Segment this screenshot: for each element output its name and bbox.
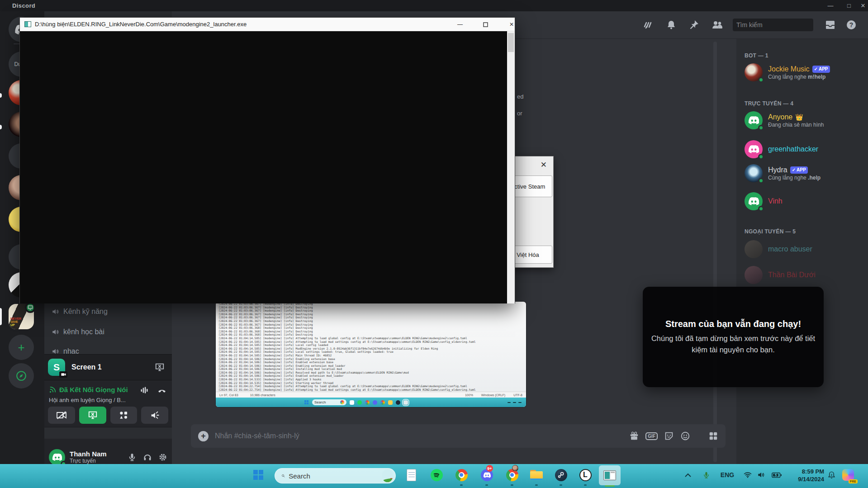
people-icon (711, 19, 723, 30)
search-input[interactable] (736, 21, 818, 28)
console-maximize-button[interactable] (475, 18, 496, 31)
window-close-button[interactable]: ✕ (856, 1, 868, 10)
taskbar-notepad-button[interactable] (405, 464, 417, 486)
bell-icon (666, 19, 677, 30)
voice-channel-name[interactable]: Hội anh em luyện Giọng / B... (49, 397, 126, 403)
clock[interactable]: 8:59 PM 9/14/2024 (792, 468, 824, 483)
taskbar-chrome-profile-button[interactable] (504, 464, 520, 486)
line-endings: Windows (CRLF) (481, 393, 505, 397)
avatar (745, 266, 763, 284)
activities-button[interactable] (110, 407, 138, 424)
gif-button[interactable]: GIF (645, 432, 658, 440)
screen-share-panel[interactable]: S Screen 1 (44, 354, 172, 380)
user-status: Trực tuyến (70, 458, 123, 464)
console-scrollbar-thumb[interactable] (508, 33, 514, 52)
member-section-bot: BOT — 1 (745, 52, 768, 59)
taskbar-explorer-button[interactable] (530, 464, 543, 486)
taskbar-chrome-button[interactable] (455, 464, 468, 486)
soundboard-button[interactable] (141, 407, 168, 424)
taskbar-l-app-button[interactable]: L (579, 464, 592, 486)
tray-battery[interactable] (770, 464, 783, 486)
language-indicator[interactable]: ENG (718, 464, 736, 486)
notifications-button[interactable] (666, 19, 677, 30)
copilot-button[interactable]: PRE (842, 469, 856, 483)
apps-button[interactable] (708, 431, 718, 441)
member-name: Anyone (768, 113, 792, 121)
voice-connection-panel: Đã Kết Nối Giọng Nói Hội anh em luyện Gi… (44, 380, 172, 427)
console-titlebar[interactable]: D:\hùng biện\ELDEN.RING_LinkNeverDie.Com… (20, 18, 515, 31)
notification-bell-sleep[interactable]: z (825, 464, 838, 486)
taskbar-discord-button[interactable]: 9+ (479, 464, 495, 486)
stream-preview-tile[interactable]: [2024-06-22 01:03:06.367] [modengine] [i… (216, 302, 526, 407)
threads-button[interactable] (642, 19, 653, 30)
dialog-close-button[interactable]: ✕ (541, 160, 547, 170)
member-row[interactable]: macro abuser (741, 239, 864, 259)
console-minimize-button[interactable]: — (450, 18, 470, 31)
attach-button[interactable]: + (198, 431, 209, 441)
tray-volume[interactable] (755, 464, 767, 486)
user-avatar[interactable] (49, 449, 65, 465)
headphones-icon (143, 453, 152, 462)
taskbar-search[interactable] (275, 468, 396, 483)
console-close-button[interactable]: ✕ (501, 18, 522, 31)
spotify-icon (431, 469, 443, 481)
member-row[interactable]: Thần Bài Dưới (741, 265, 864, 285)
explore-servers-button[interactable] (9, 363, 34, 389)
member-row[interactable]: greenhathacker (741, 139, 864, 159)
tray-expand-button[interactable] (682, 464, 694, 486)
chrome-icon (455, 469, 468, 481)
noise-suppression-button[interactable] (139, 386, 149, 395)
stop-streaming-button[interactable] (155, 362, 165, 372)
taskbar-spotify-button[interactable] (430, 464, 443, 486)
console-scrollbar[interactable] (507, 31, 515, 303)
emoji-icon (680, 431, 690, 441)
settings-button[interactable] (158, 453, 167, 462)
mini-notepad-icon (350, 400, 354, 405)
member-name: macro abuser (768, 245, 812, 253)
steam-icon (555, 469, 567, 481)
popup-body: Chúng tôi đã tạm dừng bản xem trước này … (651, 333, 816, 355)
taskbar-steam-button[interactable] (555, 464, 567, 486)
mini-start-icon (304, 400, 308, 404)
search-icon (281, 472, 285, 479)
taskbar-console-button-active[interactable] (599, 465, 621, 485)
pinned-messages-button[interactable] (688, 19, 699, 30)
discord-logo-icon (52, 453, 62, 462)
chat-scrollbar[interactable] (713, 42, 717, 462)
voice-connected-status[interactable]: Đã Kết Nối Giọng Nói (49, 386, 128, 393)
soundboard-icon (150, 410, 160, 420)
online-status-dot (758, 154, 764, 160)
add-server-button[interactable]: + (9, 335, 34, 360)
member-row[interactable]: Anyone 👑 Đang chia sẻ màn hình (741, 110, 864, 130)
deafen-button[interactable] (143, 453, 152, 462)
voice-channel-item[interactable]: Kênh kỹ năng (48, 304, 168, 319)
taskbar-search-input[interactable] (289, 472, 379, 480)
member-name: Hydra (768, 166, 787, 174)
camera-button[interactable] (48, 407, 75, 424)
window-maximize-button[interactable]: □ (842, 1, 856, 10)
search-box[interactable] (733, 19, 813, 31)
volume-icon (757, 471, 765, 479)
tray-wifi[interactable] (742, 464, 754, 486)
mini-chrome-icon (365, 400, 370, 405)
emoji-button[interactable] (680, 431, 690, 441)
inbox-button[interactable] (825, 19, 836, 30)
gift-button[interactable] (629, 431, 639, 441)
member-row[interactable]: Jockie Music ✓ APP Cùng lắng nghe m!help (741, 62, 864, 82)
start-button[interactable] (248, 464, 269, 486)
avatar (745, 192, 763, 210)
member-list-button[interactable] (711, 19, 723, 30)
message-input-bar[interactable]: + GIF (191, 424, 726, 448)
member-row[interactable]: Vinh (741, 191, 864, 211)
sticker-button[interactable] (664, 431, 674, 441)
disconnect-call-button[interactable] (157, 386, 167, 395)
tray-mic-indicator[interactable] (700, 464, 712, 486)
help-button[interactable]: ? (846, 19, 857, 30)
message-input[interactable] (215, 432, 623, 440)
screenshare-button[interactable] (79, 407, 106, 424)
mute-mic-button[interactable] (128, 453, 137, 462)
window-minimize-button[interactable]: — (824, 1, 837, 10)
voice-channel-item[interactable]: kênh học bài (48, 325, 168, 339)
member-row[interactable]: Hydra ✓ APP Cùng lắng nghe .help (741, 163, 864, 183)
mini-weather-icon (340, 400, 344, 404)
